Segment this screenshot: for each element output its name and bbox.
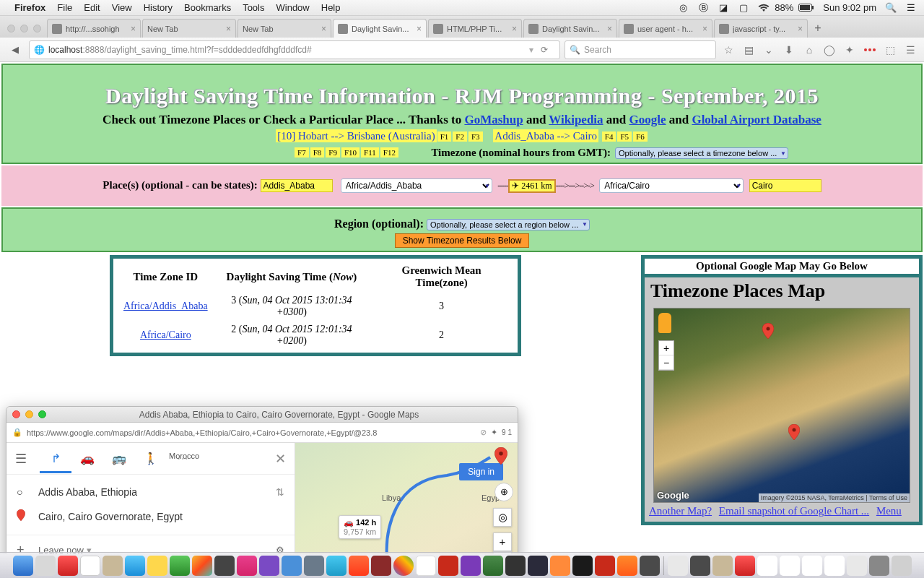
route-map[interactable]: Morocco Libya Egypt Niger Sudan 🚗 142 h9… [295,443,518,553]
dock-app-icon[interactable] [847,556,867,576]
dock-app-icon[interactable] [668,556,688,576]
dock-app-icon[interactable] [640,556,660,576]
route-link-2[interactable]: Addis_Ababa --> Cairo [493,129,598,142]
fkey[interactable]: F2 [453,131,467,142]
dock-app-icon[interactable] [304,556,324,576]
tz-link[interactable]: Africa/Cairo [140,329,191,340]
dock-app-icon[interactable] [780,556,800,576]
dock-app-icon[interactable] [505,556,526,576]
tz-link[interactable]: Africa/Addis_Ababa [123,301,208,311]
menu-file[interactable]: File [57,2,72,13]
fkey[interactable]: F3 [468,131,483,142]
dock-trash-icon[interactable] [892,556,912,576]
dock-app-icon[interactable] [147,556,167,576]
tab[interactable]: javascript - ty...× [714,19,808,38]
dock-app-icon[interactable] [326,556,346,576]
locate-icon[interactable]: ◎ [493,508,512,527]
link-wikipedia[interactable]: Wikipedia [549,113,603,126]
tab-close-icon[interactable]: × [798,24,803,34]
satellite-map[interactable]: +− Google Imagery ©2015 NASA, TerraMetri… [653,308,910,503]
zoom-controls[interactable]: +− [658,340,674,371]
dock-app-icon[interactable] [103,556,123,576]
clock[interactable]: Sun 9:02 pm [823,2,876,13]
menu-tools[interactable]: Tools [243,2,264,13]
dock-app-icon[interactable] [528,556,548,576]
status-icon[interactable]: ◪ [718,2,729,14]
map-marker-icon[interactable] [762,323,774,339]
menu-window[interactable]: Window [276,2,310,13]
search-bar[interactable]: 🔍 Search [565,40,716,59]
menu-app[interactable]: Firefox [14,2,45,13]
fkey[interactable]: F5 [617,131,632,142]
stop-icon[interactable]: ⊘ [480,428,487,437]
tab-close-icon[interactable]: × [131,24,136,34]
tab-close-icon[interactable]: × [607,24,612,34]
dock-app-icon[interactable] [259,556,279,576]
mode-walk-icon[interactable]: 🚶 [135,452,167,465]
fkey[interactable]: F1 [437,131,452,142]
menu-bookmarks[interactable]: Bookmarks [184,2,231,13]
bookmark-icon[interactable]: ☆ [720,42,736,58]
fkey[interactable]: F7 [295,147,309,158]
add-photo-icon[interactable]: ⊕ [494,483,513,501]
status-icon[interactable]: ◎ [677,2,689,14]
window-controls[interactable] [12,410,46,418]
tz-select[interactable]: Optionally, please select a timezone bel… [615,147,788,159]
dock-app-icon[interactable] [869,556,889,576]
addon-icon[interactable]: ✦ [842,42,858,58]
addon-icon[interactable]: ✦ [491,428,497,437]
spotlight-icon[interactable]: 🔍 [885,2,897,14]
home-icon[interactable]: ⌂ [801,42,817,58]
dock-app-icon[interactable] [349,556,369,576]
hamburger-icon[interactable]: ☰ [15,451,27,467]
dock-app-icon[interactable] [58,556,78,576]
link-google[interactable]: Google [629,113,666,126]
menu-help[interactable]: Help [321,2,341,13]
dock-app-icon[interactable] [550,556,570,576]
tab-close-icon[interactable]: × [321,24,326,34]
dock-app-icon[interactable] [712,556,733,576]
tab-close-icon[interactable]: × [702,24,707,34]
fkey[interactable]: F12 [380,147,398,158]
show-results-button[interactable]: Show Timezone Results Below [395,233,530,248]
region-select[interactable]: Optionally, please select a region below… [427,219,590,230]
dock-app-icon[interactable] [13,556,33,576]
link-gomashup[interactable]: GoMashup [464,113,523,126]
destination-field[interactable]: Cairo, Cairo Governorate, Egypt [38,511,183,522]
window-controls[interactable] [7,25,41,33]
fkey[interactable]: F8 [310,147,325,158]
dock-app-icon[interactable] [170,556,190,576]
new-tab-button[interactable]: + [809,22,827,35]
download-icon[interactable]: ⬇ [781,42,797,58]
url-bar[interactable]: 🌐 localhost:8888/daylight_saving_time.ht… [29,40,560,59]
tab[interactable]: Daylight Savin...× [523,19,617,38]
fkey[interactable]: F4 [602,131,616,142]
swap-icon[interactable]: ⇅ [276,486,284,498]
dock-app-icon[interactable] [80,556,100,576]
dock-app-icon[interactable] [690,556,710,576]
dock-app-icon[interactable] [824,556,845,576]
tab[interactable]: http://...ssohigh× [47,19,141,38]
dock-app-icon[interactable] [483,556,503,576]
wifi-icon[interactable] [758,2,770,14]
map-marker-icon[interactable] [788,424,800,440]
email-snapshot-link[interactable]: Email snapshot of Google Chart ... [719,505,869,517]
reload-icon[interactable]: ⟳ [533,45,555,55]
mode-car-icon[interactable]: 🚗 [71,452,103,465]
dock-app-icon[interactable] [617,556,637,576]
close-icon[interactable]: ✕ [275,451,286,467]
tab[interactable]: HTML/PHP Ti...× [428,19,522,38]
fkey[interactable]: F9 [326,147,340,158]
link-gad[interactable]: Global Airport Database [692,113,821,126]
place1-input[interactable] [261,179,333,192]
tab[interactable]: user agent - h...× [619,19,712,38]
mode-directions-icon[interactable]: ↱ [40,452,71,473]
pegman-icon[interactable] [658,313,671,333]
addon-icon[interactable]: ◯ [821,42,837,58]
dock-app-icon[interactable] [735,556,755,576]
dock-app-icon[interactable] [125,556,145,576]
origin-field[interactable]: Addis Ababa, Ethiopia [38,486,137,498]
dock-app-icon[interactable] [192,556,212,576]
reader-icon[interactable]: ▤ [741,42,757,58]
airplay-icon[interactable]: ▢ [738,2,749,14]
